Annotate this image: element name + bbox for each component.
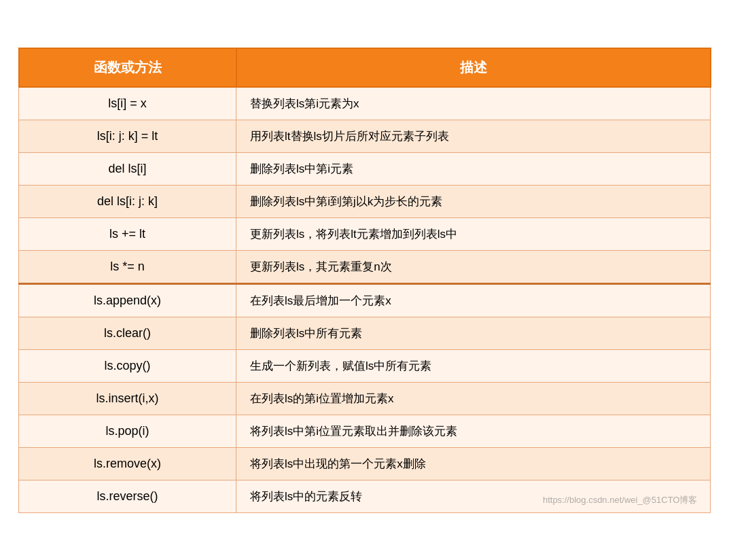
table-row: ls.copy()生成一个新列表，赋值ls中所有元素 [19, 349, 711, 382]
header-row: 函数或方法 描述 [19, 48, 711, 87]
desc-cell: 生成一个新列表，赋值ls中所有元素 [236, 349, 711, 382]
table-row: ls[i: j: k] = lt用列表lt替换ls切片后所对应元素子列表 [19, 120, 711, 152]
func-cell: ls.remove(x) [19, 447, 236, 480]
func-cell: ls += lt [19, 217, 236, 250]
desc-cell: 更新列表ls，其元素重复n次 [236, 250, 711, 283]
table-row: ls[i] = x替换列表ls第i元素为x [19, 87, 711, 120]
table-row: ls += lt更新列表ls，将列表lt元素增加到列表ls中 [19, 217, 711, 250]
col-header-desc: 描述 [236, 48, 711, 87]
func-cell: ls.pop(i) [19, 415, 236, 447]
reference-table: 函数或方法 描述 ls[i] = x替换列表ls第i元素为xls[i: j: k… [18, 48, 711, 513]
desc-cell: 将列表ls中出现的第一个元素x删除 [236, 447, 711, 480]
table-row: ls.pop(i)将列表ls中第i位置元素取出并删除该元素 [19, 415, 711, 447]
table-row: ls.insert(i,x)在列表ls的第i位置增加元素x [19, 382, 711, 415]
desc-cell: 替换列表ls第i元素为x [236, 87, 711, 120]
desc-cell: 将列表ls中第i位置元素取出并删除该元素 [236, 415, 711, 447]
table-row: ls.remove(x)将列表ls中出现的第一个元素x删除 [19, 447, 711, 480]
table-row: ls.clear()删除列表ls中所有元素 [19, 317, 711, 349]
desc-cell: 在列表ls最后增加一个元素x [236, 283, 711, 317]
func-cell: ls[i] = x [19, 87, 236, 120]
func-cell: del ls[i: j: k] [19, 185, 236, 217]
func-cell: ls.append(x) [19, 283, 236, 317]
table-row: del ls[i]删除列表ls中第i元素 [19, 152, 711, 185]
desc-cell: 更新列表ls，将列表lt元素增加到列表ls中 [236, 217, 711, 250]
table-row: ls *= n更新列表ls，其元素重复n次 [19, 250, 711, 283]
desc-cell: 用列表lt替换ls切片后所对应元素子列表 [236, 120, 711, 152]
desc-cell: 删除列表ls中第i到第j以k为步长的元素 [236, 185, 711, 217]
func-cell: del ls[i] [19, 152, 236, 185]
table-row: ls.append(x)在列表ls最后增加一个元素x [19, 283, 711, 317]
func-cell: ls *= n [19, 250, 236, 283]
func-cell: ls.clear() [19, 317, 236, 349]
func-cell: ls[i: j: k] = lt [19, 120, 236, 152]
func-cell: ls.insert(i,x) [19, 382, 236, 415]
table-wrapper: 函数或方法 描述 ls[i] = x替换列表ls第i元素为xls[i: j: k… [18, 48, 711, 513]
desc-cell: 删除列表ls中所有元素 [236, 317, 711, 349]
col-header-func: 函数或方法 [19, 48, 236, 87]
func-cell: ls.copy() [19, 349, 236, 382]
watermark-text: https://blog.csdn.net/wei_@51CTO博客 [543, 494, 698, 506]
desc-cell: 删除列表ls中第i元素 [236, 152, 711, 185]
func-cell: ls.reverse() [19, 480, 236, 512]
table-row: del ls[i: j: k]删除列表ls中第i到第j以k为步长的元素 [19, 185, 711, 217]
desc-cell: 在列表ls的第i位置增加元素x [236, 382, 711, 415]
